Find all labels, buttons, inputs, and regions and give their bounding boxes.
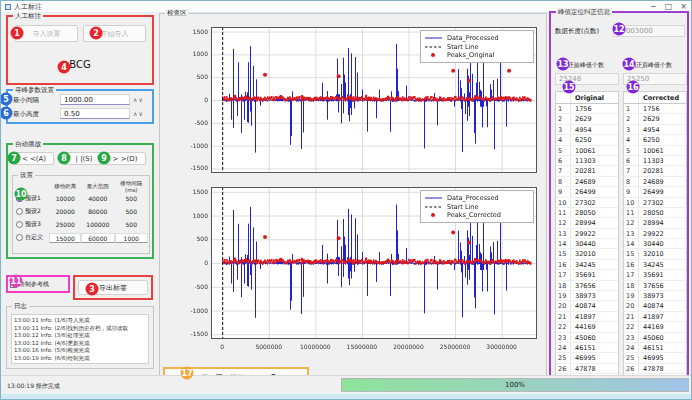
preset-radio-预设2[interactable] [16,208,23,215]
annotation-badge-16: 16 [627,81,640,94]
peak-row[interactable]: 611303 [624,156,686,166]
peak-row[interactable]: 2244169 [556,322,618,332]
peak-row[interactable]: 2647878 [556,364,618,374]
peak-row[interactable]: 1329922 [624,229,686,239]
peak-row[interactable]: 46250 [556,135,618,145]
peak-row[interactable]: 2647878 [624,364,686,374]
peak-row[interactable]: 1027302 [624,198,686,208]
status-bar: 13:00:19 操作完成 100% [1,375,691,394]
signal-type-label: BCG [8,59,152,70]
peak-row[interactable]: 34954 [624,125,686,135]
peak-row[interactable]: 1329922 [556,229,618,239]
peak-row[interactable]: 1532010 [556,249,618,259]
peak-row[interactable]: 1938973 [624,291,686,301]
preset-value: 80000 [81,208,115,215]
peak-info-group: 峰值定位纠正信息 数据长度(点数) 33003000 纠正前峰值个数 纠正后峰值… [549,11,689,389]
maximize-button[interactable]: □ [665,2,673,12]
spin-down-icon[interactable]: ∨ [138,96,143,103]
peak-row[interactable]: 1735691 [556,270,618,280]
preset-value: 500 [115,195,149,202]
peak-row[interactable]: 1430440 [556,239,618,249]
peak-row[interactable]: 510061 [624,146,686,156]
peak-row[interactable]: 1837656 [556,281,618,291]
after-count-label: 纠正后峰值个数 [630,61,672,70]
annotation-badge-6: 6 [0,107,13,120]
peak-row[interactable]: 1837656 [624,281,686,291]
peak-row[interactable]: 22629 [556,114,618,124]
peak-row[interactable]: 1228994 [556,218,618,228]
peak-row[interactable]: 824689 [556,177,618,187]
autoplay-title: 自动播放 [13,140,43,149]
custom-value-input[interactable]: 1000 [115,233,149,243]
peak-row[interactable]: 2446151 [624,343,686,353]
custom-value-input[interactable]: 15000 [49,233,81,243]
peak-row[interactable]: 2141897 [556,312,618,322]
peak-row[interactable]: 2141897 [624,312,686,322]
close-button[interactable]: × [680,2,687,12]
peak-row[interactable]: 926499 [624,187,686,197]
peak-row[interactable]: 1634245 [624,260,686,270]
signal-charts-canvas[interactable] [165,21,541,361]
peak-row[interactable]: 2244169 [624,322,686,332]
peak-row[interactable]: 1128050 [556,208,618,218]
peak-row[interactable]: 1228994 [624,218,686,228]
peak-row[interactable]: 1938973 [556,291,618,301]
custom-value-input[interactable]: 60000 [81,233,115,243]
peak-row[interactable]: 720281 [624,166,686,176]
preset-value: 40000 [81,195,115,202]
reference-line-label: 绘制参考线 [19,280,49,289]
log-entry: 13:00:12 Info: (4/6)更新完成 [14,340,146,348]
peak-row[interactable]: 1634245 [556,260,618,270]
peak-row[interactable]: 1027302 [556,198,618,208]
peak-row[interactable]: 11756 [556,104,618,114]
peak-row[interactable]: 2546995 [556,353,618,363]
annotation-badge-14: 14 [623,58,636,71]
peak-row[interactable]: 2345060 [556,333,618,343]
peak-row[interactable]: 926499 [556,187,618,197]
peak-row[interactable]: 1430440 [624,239,686,249]
peak-row[interactable]: 1735691 [624,270,686,280]
annotation-badge-4: 4 [58,61,71,74]
peak-row[interactable]: 720281 [556,166,618,176]
min-interval-input[interactable]: 1000.00 [60,94,130,105]
preset-label: 预设3 [25,220,41,229]
peak-row[interactable]: 611303 [556,156,618,166]
original-peaks-table[interactable]: Original 1175622629349544625051006161130… [555,91,619,387]
annotation-badge-2: 2 [90,27,103,40]
min-height-label: 最小高度 [13,110,39,119]
annotation-badge-7: 7 [8,152,21,165]
import-settings-button[interactable]: 导入设置 [15,25,78,42]
peak-row[interactable]: 2446151 [556,343,618,353]
peak-row[interactable]: 46250 [624,135,686,145]
minimize-button[interactable]: − [650,2,657,12]
min-interval-label: 最小间隔 [13,96,39,105]
preset-radio-预设3[interactable] [16,221,23,228]
peak-row[interactable]: 11756 [624,104,686,114]
preset-label: 预设2 [25,207,41,216]
window-title: 人工标注 [14,2,42,12]
peak-row[interactable]: 824689 [624,177,686,187]
peak-row[interactable]: 34954 [556,125,618,135]
log-entry: 13:00:11 Info: (2/6)找到历史存档，成功读取 [14,325,146,333]
peak-row[interactable]: 2040874 [624,301,686,311]
peak-row[interactable]: 1532010 [624,249,686,259]
preset-radio-自定义[interactable] [16,234,23,241]
peak-row[interactable]: 2345060 [624,333,686,343]
min-height-input[interactable]: 0.50 [60,108,130,119]
corrected-header: Corrected [639,92,686,103]
log-list[interactable]: 13:00:11 Info: (1/6)导入完成13:00:11 Info: (… [11,314,149,364]
log-entry: 13:00:19 Info: (6/6)绘制完成 [14,355,146,363]
peak-row[interactable]: 22629 [624,114,686,124]
preset-value: 25000 [50,221,82,228]
log-entry: 13:00:16 Info: (5/6)检测完成 [14,347,146,355]
peak-params-group: 寻峰参数设置 最小间隔 1000.00 ∧∨ 最小高度 0.50 ∧∨ [6,89,154,124]
log-entry: 13:00:11 Info: (1/6)导入完成 [14,317,146,325]
spin-down-icon[interactable]: ∨ [138,110,143,117]
peak-row[interactable]: 2546995 [624,353,686,363]
peak-row[interactable]: 1128050 [624,208,686,218]
peak-row[interactable]: 510061 [556,146,618,156]
peak-row[interactable]: 2040874 [556,301,618,311]
corrected-peaks-table[interactable]: Corrected 117562262934954462505100616113… [623,91,687,387]
app-window: 人工标注 − □ × 人工标注 导入设置 开始导入 BCG 寻峰参数设置 最小间… [0,0,692,400]
annotation-badge-1: 1 [11,27,24,40]
